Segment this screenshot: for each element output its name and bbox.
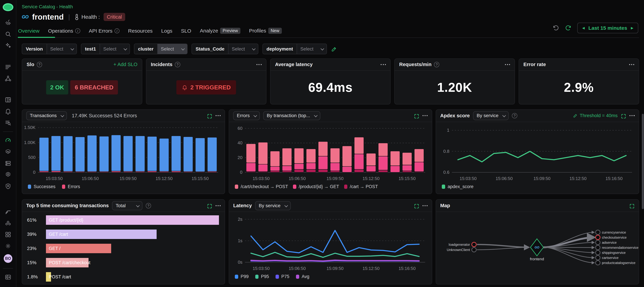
tab-profiles[interactable]: ProfilesNew [249,28,282,38]
top5-row[interactable]: 1.8%POST /cart [27,272,219,281]
infra-monitor-icon[interactable] [4,148,12,155]
legend-item[interactable]: apdex_score [442,184,473,189]
legend-item[interactable]: /cart → POST [344,184,378,189]
help-icon[interactable] [37,62,42,67]
errors-select[interactable]: Errors [233,111,260,120]
help-icon[interactable] [434,62,440,67]
top5-row[interactable]: 23%GET / [27,244,219,253]
tab-resources[interactable]: Resources [128,28,152,38]
map-node-checkoutservice[interactable]: checkoutservice [596,235,627,239]
map-node-currencyservice[interactable]: currencyservice [596,230,626,234]
service-map[interactable]: loadgeneratorUnknownClientcurrencyservic… [436,213,638,283]
add-slo-button[interactable]: + Add SLO [114,62,138,67]
map-node-shippingservice[interactable]: shippingservice [596,250,626,255]
legend-item[interactable]: P99 [235,274,249,279]
shield-icon[interactable] [4,183,12,190]
time-range-picker[interactable]: ◀ Last 15 minutes ▶ [577,23,638,33]
transactions-chart[interactable]: 05001.00K1.50K15:03:5015:06:5015:09:5015… [23,123,222,183]
apps-icon[interactable] [4,231,12,238]
pipelines-icon[interactable] [4,208,12,215]
menu-icon[interactable] [629,64,634,65]
transactions-select[interactable]: Transactions [26,111,67,120]
apm-gauge-icon[interactable] [4,137,12,144]
collapse-sidebar-icon[interactable] [4,274,12,280]
prev-time-icon[interactable]: ◀ [582,26,585,30]
alerts-icon[interactable] [4,108,12,115]
help-icon[interactable] [146,203,151,208]
filter-version[interactable]: VersionSelect [22,44,77,54]
log-search-icon[interactable] [4,119,12,126]
user-avatar[interactable]: BO [4,254,12,263]
top5-row[interactable]: 61%GET /product/{id} [27,215,219,225]
search-icon[interactable] [4,31,12,38]
errors-groupby-select[interactable]: By transaction (top... [263,111,320,120]
filter-test1[interactable]: test1Select [81,44,130,54]
mesh-icon[interactable] [4,171,12,178]
menu-icon[interactable] [422,115,428,116]
legend-item[interactable]: /cart/checkout → POST [235,184,288,189]
menu-icon[interactable] [505,64,510,65]
errors-chart[interactable]: 020406015:03:5015:06:5015:09:5015:12:501… [230,123,429,183]
filter-select[interactable]: Select [297,44,326,54]
refresh-icon[interactable] [565,25,572,31]
filter-select[interactable]: Select [228,44,258,54]
help-icon[interactable] [512,113,517,119]
legend-item[interactable]: Successes [28,184,56,189]
map-node-cartservice[interactable]: cartservice [596,255,619,260]
fullscreen-icon[interactable] [207,113,212,119]
fullscreen-icon[interactable] [629,203,635,208]
traces-icon[interactable] [4,75,12,82]
menu-icon[interactable] [216,115,221,116]
filter-select[interactable]: Select [100,44,130,54]
page-scrollbar[interactable] [642,114,644,209]
info-icon[interactable] [75,28,80,33]
top5-select[interactable]: Total [112,201,142,210]
map-node-frontend[interactable]: GOfrontend [530,239,544,261]
map-node-UnknownClient[interactable]: UnknownClient [447,248,476,252]
servers-icon[interactable] [4,160,12,167]
undo-icon[interactable] [552,25,559,31]
threshold-setting[interactable]: Threshold = 40ms [573,113,618,118]
fullscreen-icon[interactable] [207,203,212,208]
dashboards-icon[interactable] [4,96,12,103]
menu-icon[interactable] [422,205,428,206]
menu-icon[interactable] [380,64,386,65]
tab-slo[interactable]: SLO [181,28,191,38]
menu-icon[interactable] [216,205,221,206]
tab-analyze[interactable]: AnalyzePreview [200,28,240,38]
info-icon[interactable] [114,28,120,33]
sparkles-icon[interactable] [4,42,12,49]
app-logo[interactable] [3,3,13,11]
help-icon[interactable] [175,62,180,67]
top5-row[interactable]: 39%GET /cart [27,229,219,239]
next-time-icon[interactable]: ▶ [631,26,633,30]
breadcrumb[interactable]: Service Catalog - Health [22,4,639,10]
map-node-productcatalogservice[interactable]: productcatalogservice [596,261,636,265]
fullscreen-icon[interactable] [414,113,419,119]
filter-select[interactable]: Select [158,44,187,54]
map-node-loadgenerator[interactable]: loadgenerator [449,242,476,247]
apdex-chart[interactable]: 0.60.8115:03:5015:06:5015:09:5015:12:501… [437,123,636,183]
fullscreen-icon[interactable] [621,113,626,119]
tab-operations[interactable]: Operations [48,28,80,38]
map-node-recommendationservice[interactable]: recommendationservice [596,245,638,250]
filter-status_code[interactable]: Status_CodeSelect [192,44,258,54]
legend-item[interactable]: P95 [255,274,269,279]
legend-item[interactable]: /product/{id} → GET [293,184,339,189]
integrations-icon[interactable] [4,219,12,226]
map-node-adservice[interactable]: adservice [596,240,617,244]
legend-item[interactable]: P75 [276,274,290,279]
logs-icon[interactable] [4,64,12,71]
filter-deployment[interactable]: deploymentSelect [262,44,327,54]
fullscreen-icon[interactable] [414,203,419,208]
filter-select[interactable]: Select [47,44,76,54]
menu-icon[interactable] [630,115,634,116]
tab-overview[interactable]: Overview [18,28,40,38]
settings-icon[interactable] [4,242,12,249]
latency-groupby-select[interactable]: By service [255,201,291,210]
legend-item[interactable]: Avg [296,274,310,279]
menu-icon[interactable] [256,64,262,65]
legend-item[interactable]: Errors [62,184,80,189]
metrics-explorer-icon[interactable] [4,19,12,26]
apdex-groupby-select[interactable]: By service [473,111,509,120]
